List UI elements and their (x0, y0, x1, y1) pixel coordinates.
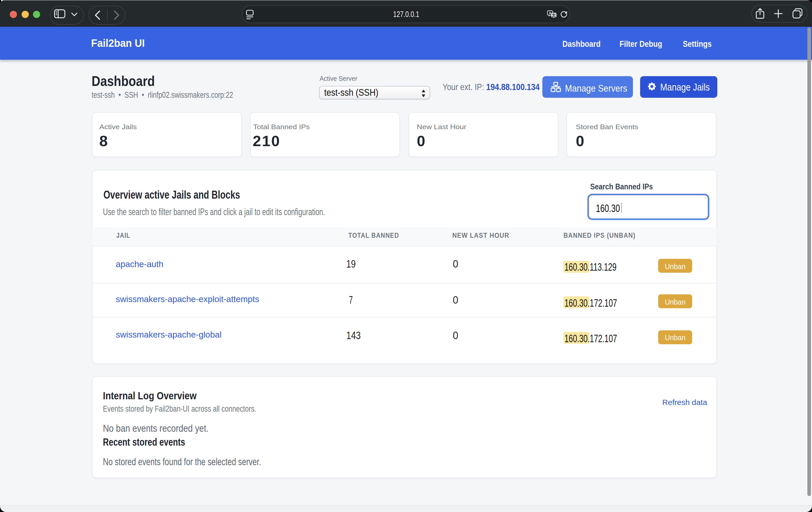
svg-text:A: A (549, 11, 552, 15)
svg-text:文: 文 (552, 13, 556, 17)
